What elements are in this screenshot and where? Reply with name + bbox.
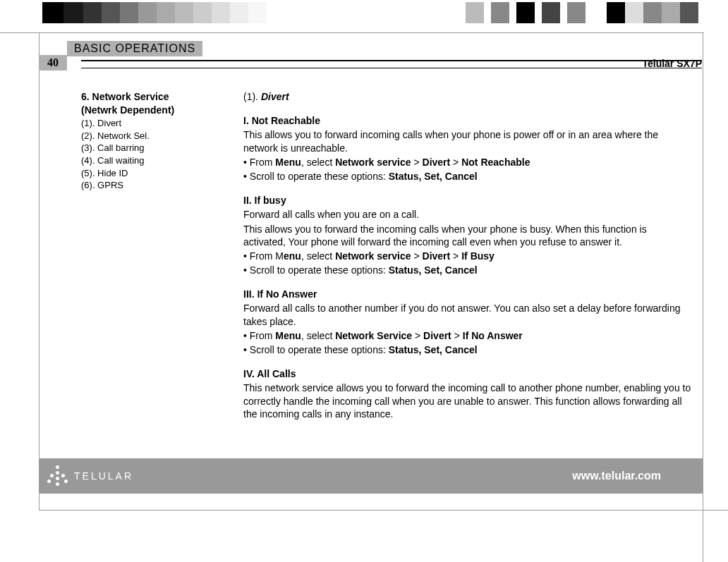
color-swatch <box>42 2 63 23</box>
page-number: 40 <box>39 55 67 71</box>
color-swatch <box>248 2 267 23</box>
text-bold: Divert <box>423 157 451 168</box>
color-swatch <box>83 2 102 23</box>
text-bold: If Busy <box>461 250 495 262</box>
toc-column: 6. Network Service (Netwrk Dependent) (1… <box>81 90 243 192</box>
sub3-bullet1: From Menu, select Network Service > Dive… <box>243 329 691 342</box>
color-swatch <box>157 2 175 23</box>
color-swatch <box>516 2 535 23</box>
toc-title-line2: (Netwrk Dependent) <box>81 104 243 116</box>
color-swatch <box>607 2 625 23</box>
sub4-para: This network service allows you to forwa… <box>243 381 691 420</box>
section-tab: BASIC OPERATIONS <box>67 41 202 56</box>
toc-item: (4). Call waiting <box>81 154 243 167</box>
color-swatch <box>625 2 643 23</box>
color-swatch <box>491 2 509 23</box>
text-bold: Menu <box>275 157 301 168</box>
sub3-para: Forward all calls to another number if y… <box>243 302 691 327</box>
sub2-bullet1: From Menu, select Network service > Dive… <box>243 250 691 262</box>
color-bar-header <box>0 2 728 26</box>
text-bold: If No Answer <box>463 330 523 341</box>
page-content: 6. Network Service (Netwrk Dependent) (1… <box>81 90 698 420</box>
page-footer: TELULAR www.telular.com <box>39 458 703 494</box>
section-1-label: Divert <box>261 91 289 102</box>
text: > <box>412 330 423 341</box>
text-bold: enu <box>284 250 301 262</box>
color-swatch <box>560 2 567 23</box>
text-bold: Network Service <box>335 330 412 341</box>
sub1-bullet1: From Menu, select Network service > Dive… <box>243 156 691 169</box>
toc-item: (2). Network Sel. <box>81 130 243 142</box>
color-swatch <box>193 2 212 23</box>
sub4-head: IV. All Calls <box>243 367 691 380</box>
toc-item: (3). Call barring <box>81 142 243 154</box>
section-title: BASIC OPERATIONS <box>74 42 195 54</box>
footer-logo: TELULAR <box>46 464 133 488</box>
toc-item: (1). Divert <box>81 117 243 130</box>
color-swatch <box>63 2 83 23</box>
text-bold: Status, Set, Cancel <box>389 264 478 276</box>
color-swatch <box>466 2 484 23</box>
text: From <box>250 157 276 168</box>
text: > <box>411 250 423 262</box>
text-bold: Divert <box>423 330 451 341</box>
text-bold: Status, Set, Cancel <box>389 344 478 355</box>
color-swatch <box>138 2 157 23</box>
sub1-head: I. Not Reachable <box>243 114 691 127</box>
sub1-para: This allows you to forward incoming call… <box>243 128 691 154</box>
color-swatch <box>230 2 248 23</box>
crop-line-bottom <box>39 510 728 511</box>
crop-line-left <box>39 32 40 511</box>
text-bold: Network service <box>335 157 411 168</box>
text-bold: Status, Set, Cancel <box>389 171 478 182</box>
color-swatch <box>509 2 516 23</box>
text: , select <box>301 330 335 341</box>
footer-url: www.telular.com <box>572 470 661 482</box>
color-swatch <box>212 2 230 23</box>
header-rule-thin <box>81 68 702 68</box>
toc-item: (5). Hide ID <box>81 167 243 180</box>
text: From <box>250 330 276 341</box>
toc-item: (6). GPRS <box>81 179 243 192</box>
text: , select <box>301 250 335 262</box>
footer-brand: TELULAR <box>74 470 133 482</box>
sub1-bullet2: Scroll to operate these options: Status,… <box>243 170 691 183</box>
sub3-head: III. If No Answer <box>243 288 691 300</box>
color-swatch <box>175 2 193 23</box>
toc-title-line1: 6. Network Service <box>81 90 243 103</box>
color-swatch <box>643 2 662 23</box>
text-bold: Network service <box>335 250 411 262</box>
color-swatch <box>535 2 542 23</box>
color-swatch <box>662 2 680 23</box>
text: > <box>450 157 461 168</box>
model-name: Telular SX7P <box>642 58 702 69</box>
sub2-para1: Forward all calls when you are on a call… <box>243 208 691 221</box>
sub3-bullet2: Scroll to operate these options: Status,… <box>243 343 691 356</box>
text: Scroll to operate these options: <box>250 264 389 276</box>
text: Scroll to operate these options: <box>250 171 389 182</box>
text: Scroll to operate these options: <box>250 344 389 355</box>
text-bold: Divert <box>423 250 451 262</box>
text: > <box>411 157 423 168</box>
telular-dots-icon <box>46 464 70 488</box>
text: > <box>450 250 461 262</box>
header-rule-thick <box>81 60 702 61</box>
color-swatch <box>102 2 120 23</box>
color-swatch <box>120 2 138 23</box>
color-swatch <box>484 2 491 23</box>
sub2-para2: This allows you to forward the incoming … <box>243 223 691 248</box>
color-swatch <box>680 2 698 23</box>
text: > <box>451 330 463 341</box>
color-swatch <box>567 2 586 23</box>
color-swatch <box>542 2 560 23</box>
text: From M <box>250 250 284 262</box>
crop-line-top <box>0 32 704 33</box>
sub2-bullet2: Scroll to operate these options: Status,… <box>243 264 691 276</box>
text-bold: Not Reachable <box>461 157 530 168</box>
text: , select <box>301 157 335 168</box>
text-bold: Menu <box>275 330 301 341</box>
body-column: (1). Divert I. Not Reachable This allows… <box>243 90 691 420</box>
sub2-head: II. If busy <box>243 194 691 207</box>
section-1-head: (1). Divert <box>243 90 691 103</box>
section-1-num: (1). <box>243 91 258 102</box>
